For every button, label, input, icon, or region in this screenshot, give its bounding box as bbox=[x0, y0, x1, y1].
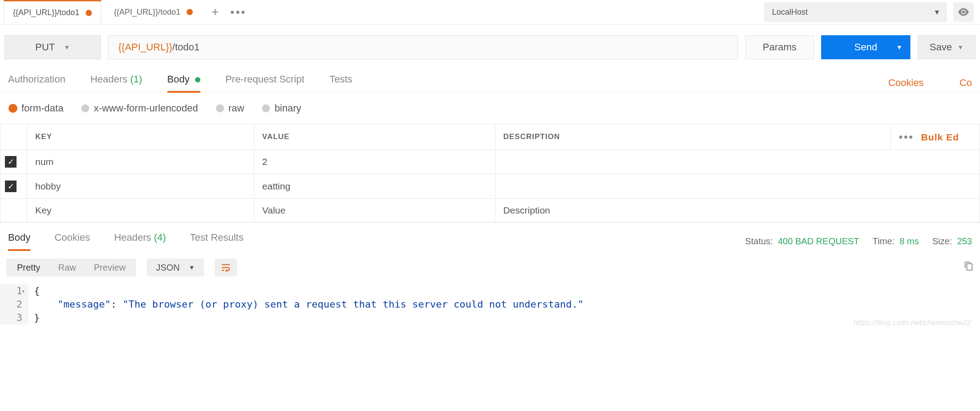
wrap-icon bbox=[221, 263, 231, 271]
view-raw[interactable]: Raw bbox=[49, 263, 85, 273]
row-checkbox[interactable]: ✓ bbox=[5, 181, 17, 192]
new-description-input[interactable]: Description bbox=[495, 199, 980, 222]
col-key: KEY bbox=[27, 124, 254, 150]
radio-dot-icon bbox=[262, 104, 270, 112]
tab-authorization[interactable]: Authorization bbox=[8, 74, 65, 92]
radio-raw[interactable]: raw bbox=[216, 103, 244, 114]
new-key-input[interactable]: Key bbox=[27, 199, 254, 222]
status-value: 400 BAD REQUEST bbox=[778, 236, 859, 246]
method-label: PUT bbox=[35, 41, 55, 53]
response-format-select[interactable]: JSON ▼ bbox=[147, 259, 203, 276]
size-value: 253 bbox=[957, 236, 972, 246]
view-mode-group: Pretty Raw Preview bbox=[6, 259, 136, 276]
wrap-lines-button[interactable] bbox=[215, 259, 237, 276]
watermark: https://blog.csdn.net/chenmozhe22 bbox=[853, 318, 971, 327]
response-toolbar: Pretty Raw Preview JSON ▼ bbox=[0, 251, 980, 284]
body-active-dot-icon bbox=[195, 77, 200, 82]
view-pretty[interactable]: Pretty bbox=[8, 263, 49, 273]
tab-tests[interactable]: Tests bbox=[329, 74, 352, 92]
response-meta: Status: 400 BAD REQUEST Time: 8 ms Size:… bbox=[745, 236, 972, 247]
environment-select[interactable]: LocalHost ▾ bbox=[764, 2, 947, 22]
environment-preview-button[interactable] bbox=[953, 2, 974, 22]
cell-key[interactable]: num bbox=[27, 150, 254, 174]
add-tab-button[interactable]: + bbox=[205, 0, 225, 25]
view-preview[interactable]: Preview bbox=[85, 263, 134, 273]
tab-body[interactable]: Body bbox=[167, 74, 200, 92]
table-header-row: KEY VALUE DESCRIPTION ••• Bulk Ed bbox=[0, 124, 980, 150]
row-checkbox[interactable]: ✓ bbox=[5, 156, 17, 168]
new-value-input[interactable]: Value bbox=[254, 199, 495, 222]
copy-response-button[interactable] bbox=[964, 261, 974, 274]
http-method-select[interactable]: PUT ▼ bbox=[4, 35, 101, 59]
eye-icon bbox=[958, 8, 969, 16]
copy-icon bbox=[964, 261, 974, 271]
radio-dot-icon bbox=[9, 104, 17, 112]
params-button[interactable]: Params bbox=[745, 35, 814, 59]
chevron-down-icon: ▼ bbox=[64, 44, 70, 51]
request-tab-2[interactable]: {{API_URL}}/todo1 bbox=[105, 0, 202, 25]
send-label: Send bbox=[854, 41, 877, 53]
cell-key[interactable]: hobby bbox=[27, 174, 254, 199]
tab-headers[interactable]: Headers (1) bbox=[90, 74, 142, 92]
send-button[interactable]: Send ▼ bbox=[821, 35, 910, 59]
cookies-link[interactable]: Cookies bbox=[888, 77, 923, 89]
save-label: Save bbox=[930, 41, 952, 53]
resp-tab-body[interactable]: Body bbox=[8, 232, 30, 251]
resp-tab-cookies[interactable]: Cookies bbox=[54, 232, 90, 251]
response-body-editor[interactable]: 1 2 3 { "message": "The browser (or prox… bbox=[0, 284, 980, 330]
save-button[interactable]: Save ▼ bbox=[918, 35, 976, 59]
radio-form-data[interactable]: form-data bbox=[9, 103, 63, 114]
tabs-bar: {{API_URL}}/todo1 {{API_URL}}/todo1 + ••… bbox=[0, 0, 980, 25]
table-row: ✓ hobby eatting bbox=[0, 174, 980, 199]
tab-options-button[interactable]: ••• bbox=[228, 5, 248, 19]
request-tab-1[interactable]: {{API_URL}}/todo1 bbox=[4, 0, 101, 25]
chevron-down-icon: ▼ bbox=[896, 44, 902, 51]
radio-urlencoded[interactable]: x-www-form-urlencoded bbox=[81, 103, 198, 114]
resp-tab-headers[interactable]: Headers (4) bbox=[114, 232, 166, 251]
resp-headers-count: (4) bbox=[154, 232, 166, 243]
cell-value[interactable]: eatting bbox=[254, 174, 495, 199]
cell-value[interactable]: 2 bbox=[254, 150, 495, 174]
cell-description[interactable] bbox=[495, 150, 980, 174]
request-section-tabs: Authorization Headers (1) Body Pre-reque… bbox=[0, 66, 980, 93]
url-variable: {{API_URL}} bbox=[118, 41, 172, 53]
url-path: /todo1 bbox=[172, 41, 199, 53]
form-data-table: KEY VALUE DESCRIPTION ••• Bulk Ed ✓ num … bbox=[0, 124, 980, 222]
chevron-down-icon: ▼ bbox=[957, 44, 963, 51]
col-value: VALUE bbox=[254, 124, 495, 150]
radio-dot-icon bbox=[216, 104, 224, 112]
radio-binary[interactable]: binary bbox=[262, 103, 301, 114]
table-row-new: Key Value Description bbox=[0, 199, 980, 222]
dirty-dot-icon bbox=[187, 9, 193, 15]
url-input[interactable]: {{API_URL}}/todo1 bbox=[108, 35, 738, 59]
col-description: DESCRIPTION bbox=[495, 124, 890, 150]
table-options-button[interactable]: ••• bbox=[899, 131, 918, 143]
request-bar: PUT ▼ {{API_URL}}/todo1 Params Send ▼ Sa… bbox=[0, 25, 980, 66]
response-tabs: Body Cookies Headers (4) Test Results St… bbox=[0, 222, 980, 251]
chevron-down-icon: ▾ bbox=[935, 7, 939, 17]
bulk-edit-link[interactable]: Bulk Ed bbox=[921, 132, 959, 142]
code-link[interactable]: Co bbox=[949, 77, 972, 89]
resp-tab-testresults[interactable]: Test Results bbox=[190, 232, 244, 251]
tab-label: {{API_URL}}/todo1 bbox=[13, 8, 79, 17]
table-row: ✓ num 2 bbox=[0, 150, 980, 174]
time-value: 8 ms bbox=[900, 236, 919, 246]
cell-description[interactable] bbox=[495, 174, 980, 199]
tab-label: {{API_URL}}/todo1 bbox=[114, 8, 180, 17]
headers-count: (1) bbox=[130, 74, 142, 85]
body-type-radios: form-data x-www-form-urlencoded raw bina… bbox=[0, 93, 980, 124]
chevron-down-icon: ▼ bbox=[189, 264, 195, 271]
line-gutter: 1 2 3 bbox=[0, 284, 29, 325]
code-content: { "message": "The browser (or proxy) sen… bbox=[29, 284, 584, 325]
tab-prerequest-script[interactable]: Pre-request Script bbox=[225, 74, 304, 92]
environment-selected: LocalHost bbox=[772, 8, 808, 17]
dirty-dot-icon bbox=[86, 10, 92, 16]
radio-dot-icon bbox=[81, 104, 89, 112]
